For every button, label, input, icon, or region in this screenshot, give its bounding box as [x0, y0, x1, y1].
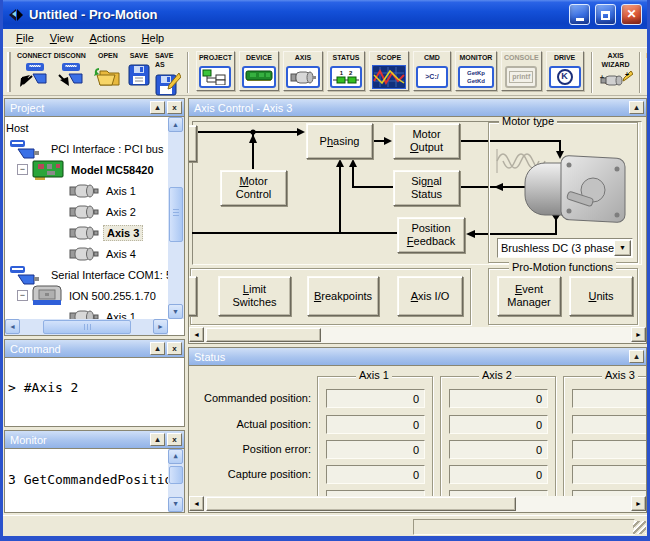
- console-window-button[interactable]: CONSOLE printf: [501, 51, 542, 91]
- project-panel-title: Project: [10, 102, 44, 114]
- save-button[interactable]: SAVE: [128, 51, 150, 88]
- axis1-label: Axis 1: [356, 369, 392, 381]
- scroll-up-arrow[interactable]: ▲: [168, 117, 183, 132]
- motor-type-value: Brushless DC (3 phase): [498, 242, 614, 254]
- collapse-panel-button[interactable]: ▴: [150, 433, 165, 446]
- breakpoints-button[interactable]: Breakpoints: [307, 276, 379, 316]
- command-log[interactable]: > #Axis 2 > #Axis 3 > SetVelocity 1000 >…: [5, 358, 184, 426]
- scope-icon: [372, 63, 406, 90]
- collapse-panel-button[interactable]: ▴: [629, 350, 644, 363]
- axis-icon: [286, 63, 320, 90]
- axis-io-button[interactable]: Axis I/O: [397, 276, 463, 316]
- tree-horizontal-scrollbar[interactable]: ◄ ►: [5, 319, 168, 335]
- menu-help[interactable]: Help: [134, 30, 173, 46]
- disconnect-button[interactable]: DISCONN: [54, 51, 86, 88]
- cmd-icon: >C:/: [416, 63, 448, 90]
- tree-item-axis2[interactable]: Axis 2: [5, 201, 184, 222]
- phasing-button[interactable]: Phasing: [306, 123, 373, 159]
- axis2-capture-position-value: 0: [449, 465, 548, 484]
- axis3-commanded-position-value: 0: [572, 389, 646, 408]
- signal-status-button[interactable]: SignalStatus: [393, 170, 460, 206]
- tree-item-axis1[interactable]: Axis 1: [5, 180, 184, 201]
- position-feedback-button[interactable]: PositionFeedback: [397, 217, 465, 253]
- toolbar-separator: [639, 52, 641, 93]
- command-window-button[interactable]: CMD >C:/: [413, 51, 451, 91]
- motor-output-button[interactable]: MotorOutput: [393, 123, 460, 159]
- status-view-button[interactable]: STATUS 12: [327, 51, 365, 91]
- tree-item-ion[interactable]: − ION 500.255.1.70: [5, 285, 184, 306]
- scroll-right-arrow[interactable]: ►: [631, 496, 646, 511]
- save-as-button[interactable]: SAVE AS: [155, 51, 181, 97]
- scroll-right-arrow[interactable]: ►: [631, 327, 646, 342]
- axis-control-horizontal-scrollbar[interactable]: ◄ ►: [189, 327, 646, 343]
- close-button[interactable]: ✕: [621, 4, 642, 25]
- scrollbar-thumb[interactable]: [169, 187, 183, 242]
- combo-dropdown-arrow-icon[interactable]: ▼: [614, 240, 631, 256]
- scroll-left-arrow[interactable]: ◄: [5, 319, 20, 334]
- scroll-right-arrow[interactable]: ►: [153, 319, 168, 334]
- tree-item-host[interactable]: Host: [5, 117, 184, 138]
- axis1-commanded-position-value: 0: [326, 389, 425, 408]
- axis-view-button[interactable]: AXIS: [283, 51, 323, 91]
- scrollbar-thumb[interactable]: [43, 320, 131, 334]
- axis-control-body: Phasing MotorOutput MotorControl SignalS…: [189, 117, 646, 343]
- tree-item-axis4[interactable]: Axis 4: [5, 243, 184, 264]
- device-view-button[interactable]: DEVICE: [239, 51, 279, 91]
- axis2-group: Axis 2 0 0 0 0: [440, 376, 556, 500]
- units-button[interactable]: Units: [569, 276, 633, 316]
- motor-type-select[interactable]: Brushless DC (3 phase) ▼: [497, 238, 633, 258]
- monitor-vertical-scrollbar[interactable]: ▲ ▼: [168, 449, 184, 512]
- drive-window-button[interactable]: DRIVE K: [546, 51, 584, 91]
- axis-wizard-button[interactable]: AXIS WIZARD +++: [599, 51, 633, 88]
- motor-icon: [69, 246, 99, 261]
- monitor-log[interactable]: 3 GetCommandedPosition 3 GetCaptureValue…: [5, 449, 184, 512]
- collapse-toggle-icon[interactable]: −: [17, 290, 28, 301]
- reset-button[interactable]: RESET: [647, 51, 650, 88]
- clipped-bottom-button[interactable]: [189, 276, 197, 316]
- motor-type-group: Motor type: [488, 122, 638, 263]
- scroll-down-arrow[interactable]: ▼: [168, 304, 183, 319]
- close-panel-button[interactable]: x: [167, 342, 182, 355]
- scrollbar-thumb[interactable]: [169, 466, 183, 484]
- collapse-toggle-icon[interactable]: −: [17, 164, 28, 175]
- scroll-left-arrow[interactable]: ◄: [189, 496, 204, 511]
- monitor-window-button[interactable]: MONITOR GetKp GetKd: [455, 51, 497, 91]
- close-panel-button[interactable]: x: [167, 101, 182, 114]
- tree-vertical-scrollbar[interactable]: ▲ ▼: [168, 117, 184, 319]
- tree-item-serial-interface[interactable]: Serial Interface COM1: 57600: [5, 264, 184, 285]
- minimize-button[interactable]: [569, 4, 590, 25]
- scroll-up-arrow[interactable]: ▲: [168, 449, 183, 464]
- command-line: > #Axis 3: [8, 425, 184, 426]
- tree-item-model[interactable]: − Model MC58420: [5, 159, 184, 180]
- limit-switches-button[interactable]: LimitSwitches: [218, 276, 291, 316]
- close-panel-button[interactable]: x: [167, 433, 182, 446]
- monitor-panel-title: Monitor: [10, 434, 47, 446]
- scroll-left-arrow[interactable]: ◄: [189, 327, 204, 342]
- scope-view-button[interactable]: SCOPE: [369, 51, 409, 91]
- tree-item-axis3-selected[interactable]: Axis 3: [5, 222, 184, 243]
- axis2-commanded-position-value: 0: [449, 389, 548, 408]
- toolbar-grip[interactable]: [7, 52, 11, 92]
- scrollbar-thumb[interactable]: [206, 497, 516, 511]
- maximize-button[interactable]: [595, 4, 616, 25]
- tree-item-pci-interface[interactable]: PCI Interface : PCI bus: [5, 138, 184, 159]
- event-manager-button[interactable]: EventManager: [497, 276, 561, 316]
- axis1-capture-position-value: 0: [326, 465, 425, 484]
- menu-actions[interactable]: Actions: [81, 30, 133, 46]
- scrollbar-thumb[interactable]: [206, 328, 321, 342]
- connect-button[interactable]: CONNECT: [17, 51, 52, 88]
- clipped-block-button[interactable]: [189, 125, 197, 162]
- collapse-panel-button[interactable]: ▴: [150, 342, 165, 355]
- collapse-panel-button[interactable]: ▴: [629, 101, 644, 114]
- collapse-panel-button[interactable]: ▴: [150, 101, 165, 114]
- motor-control-button[interactable]: MotorControl: [220, 170, 287, 206]
- menu-view[interactable]: View: [42, 30, 82, 46]
- resize-grip[interactable]: [633, 521, 646, 534]
- scroll-down-arrow[interactable]: ▼: [168, 497, 183, 512]
- status-horizontal-scrollbar[interactable]: ◄ ►: [189, 496, 646, 512]
- project-view-button[interactable]: PROJECT: [196, 51, 235, 91]
- window-status-bar: [3, 515, 647, 536]
- status-bar-panel: [413, 519, 635, 535]
- open-button[interactable]: OPEN: [93, 51, 123, 88]
- menu-file[interactable]: File: [8, 30, 42, 46]
